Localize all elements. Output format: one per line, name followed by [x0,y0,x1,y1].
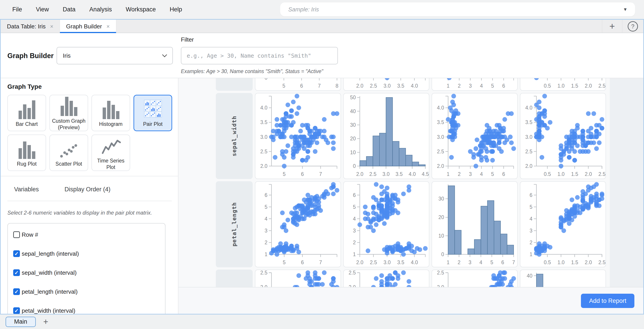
svg-text:4.0: 4.0 [411,260,418,265]
checkbox-checked-icon[interactable]: ✓ [13,250,20,257]
document-tab-bar: Data Table: Iris×Graph Builder× + ? [1,20,643,33]
graph-type-scatter-plot[interactable]: Scatter Plot [50,135,88,171]
pairplot-row-petal_width: petal_width5670.51.01.52.02.52.02.53.03.… [216,270,606,287]
scatter-plot: 0.51.01.52.02.5123456 [520,181,606,267]
svg-text:3.0: 3.0 [260,134,268,140]
builder-header: Graph Builder Iris Filter Examples: Age … [1,33,643,78]
svg-text:6: 6 [264,192,268,198]
menu-item-analysis[interactable]: Analysis [90,6,112,13]
svg-text:6: 6 [502,83,505,89]
sheet-tab-main[interactable]: Main [6,317,36,327]
variable-item[interactable]: ✓sepal_width (interval) [13,269,165,276]
menu-bar: FileViewDataAnalysisWorkspaceHelp ▼ [0,0,644,19]
menu-item-data[interactable]: Data [63,6,76,13]
plot-footer: Add to Report [178,287,643,314]
row-label-petal_width: petal_width [216,270,253,287]
svg-text:3.0: 3.0 [525,134,532,140]
filter-input[interactable] [181,47,338,64]
svg-text:4: 4 [480,260,482,265]
add-sheet-button[interactable]: + [44,317,48,327]
svg-text:7: 7 [319,171,322,177]
scatter-plot: 0.51.01.52.02.5567 [520,78,606,91]
graph-type-time-series-plot[interactable]: Time Series Plot [92,135,130,171]
svg-text:3.5: 3.5 [397,83,404,89]
variable-item[interactable]: ✓petal_width (interval) [13,307,165,314]
svg-text:1.5: 1.5 [571,83,578,89]
svg-text:2.5: 2.5 [598,260,606,265]
menu-item-view[interactable]: View [36,6,49,13]
tab-label: Data Table: Iris [7,23,46,30]
svg-text:2.0: 2.0 [437,163,444,169]
dropdown-arrow-icon[interactable]: ▼ [623,7,635,12]
tab-data-table-iris[interactable]: Data Table: Iris× [1,20,60,33]
graph-type-bar-chart[interactable]: Bar Chart [8,95,46,131]
svg-text:3: 3 [264,228,268,234]
svg-text:10: 10 [350,150,356,155]
svg-text:50: 50 [350,94,356,100]
graph-type-label: Time Series Plot [92,158,130,170]
svg-text:2.0: 2.0 [585,83,592,89]
histogram-plot: 12345670102030 [432,181,518,267]
checkbox-checked-icon[interactable]: ✓ [13,307,20,314]
svg-text:1.0: 1.0 [558,260,564,265]
svg-text:2.5: 2.5 [260,270,268,276]
graph-type-custom-graph-preview-[interactable]: Custom Graph (Preview) [50,95,88,131]
graph-type-pair-plot[interactable]: Pair Plot [134,95,172,131]
bar-chart-icon [17,99,37,119]
svg-text:1: 1 [447,260,450,265]
graph-type-label: Histogram [98,121,124,127]
histogram-plot: 0.51.01.52.02.5010203040 [520,270,606,287]
checkbox-checked-icon[interactable]: ✓ [13,269,20,276]
pairplot-hist-petal_width: 0.51.01.52.02.5010203040 [520,270,606,287]
svg-text:5: 5 [283,171,286,177]
new-tab-button[interactable]: + [602,20,622,33]
histogram-icon [101,99,121,119]
pairplot-cell-sepal_width-vs-petal_length: 1234562.02.53.03.54.0 [432,93,518,179]
svg-text:1.0: 1.0 [558,83,564,89]
dataset-select[interactable]: Iris [56,47,173,64]
pairplot-cell-sepal_length-vs-petal_width: 0.51.01.52.02.5567 [520,78,606,91]
variable-item[interactable]: ✓petal_length (interval) [13,288,165,295]
graph-type-rug-plot[interactable]: Rug Plot [8,135,46,171]
svg-text:2.0: 2.0 [585,260,592,265]
menu-item-file[interactable]: File [12,6,22,13]
tab-graph-builder[interactable]: Graph Builder× [60,20,116,33]
svg-text:0: 0 [264,78,268,81]
svg-text:2.5: 2.5 [598,171,606,177]
svg-text:2.0: 2.0 [356,171,363,177]
sheet-bar: Main + [0,315,644,329]
pairplot-cell-petal_length-vs-petal_width: 0.51.01.52.02.5123456 [520,181,606,267]
add-to-report-button[interactable]: Add to Report [581,294,634,308]
variable-item[interactable]: ✓sepal_length (interval) [13,250,165,257]
pairplot-row-petal_length: petal_length5671234562.02.53.03.54.01234… [216,181,606,267]
svg-text:6: 6 [300,83,303,89]
sample-search[interactable]: ▼ [280,2,635,16]
pairplot-cell-sepal_width-vs-sepal_length: 5672.02.53.03.54.0 [255,93,341,179]
tab-variables[interactable]: Variables [14,186,39,193]
menu-item-help[interactable]: Help [170,6,182,13]
graph-type-histogram[interactable]: Histogram [92,95,130,131]
svg-text:2.0: 2.0 [356,83,363,89]
svg-text:2.5: 2.5 [598,83,606,89]
svg-text:8: 8 [336,83,338,89]
svg-text:3: 3 [530,228,532,234]
svg-text:2: 2 [458,260,460,265]
close-icon[interactable]: × [50,23,54,30]
svg-text:6: 6 [301,171,304,177]
tab-controls: + ? [602,20,643,33]
builder-sidebar: Graph Type Bar ChartCustom Graph (Previe… [1,78,178,314]
close-icon[interactable]: × [106,23,110,30]
checkbox-unchecked-icon[interactable] [13,231,20,238]
svg-text:6: 6 [530,192,532,198]
checkbox-checked-icon[interactable]: ✓ [13,288,20,295]
svg-text:5: 5 [491,83,494,89]
menu-item-workspace[interactable]: Workspace [126,6,156,13]
pairplot-cell-petal_width-vs-sepal_width: 2.02.53.03.54.00.51.01.52.02.5 [343,270,429,287]
variable-item[interactable]: Row # [13,231,165,238]
svg-text:3.0: 3.0 [384,83,391,89]
tab-display-order[interactable]: Display Order (4) [64,186,111,193]
pairplot-row-sepal_width: sepal_width5672.02.53.03.54.02.02.53.03.… [216,93,606,179]
help-button[interactable]: ? [622,20,643,33]
sample-search-input[interactable] [280,6,623,13]
pairplot-viewport[interactable]: sepal_length5678010202.02.53.03.54.05671… [178,78,643,287]
